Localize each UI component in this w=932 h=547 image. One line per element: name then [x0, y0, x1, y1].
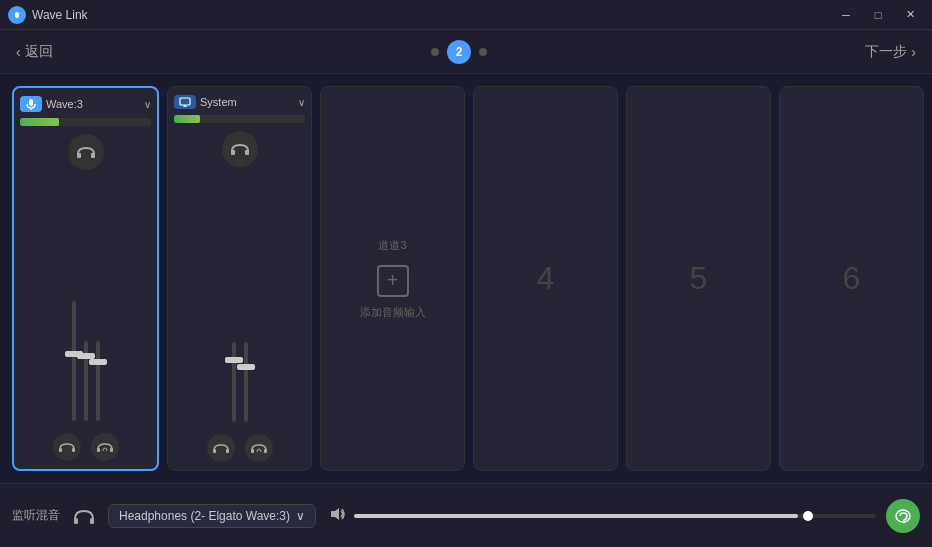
channel-3-add[interactable]: 道道3 + 添加音频输入: [320, 86, 465, 471]
page-dot-2[interactable]: 2: [447, 40, 471, 64]
svg-rect-16: [226, 449, 229, 453]
back-label: 返回: [25, 43, 53, 61]
mic-icon: [25, 98, 37, 110]
wireless2-icon: [251, 442, 267, 455]
svg-rect-20: [90, 518, 94, 524]
page-dot-1[interactable]: [431, 48, 439, 56]
svg-rect-4: [77, 153, 81, 158]
wave3-sub-thumb2[interactable]: [89, 359, 107, 365]
headphone-circle2-icon: [230, 141, 250, 157]
back-arrow-icon: ‹: [16, 44, 21, 60]
monitor-icon: [179, 97, 191, 107]
next-button[interactable]: 下一步 ›: [865, 43, 916, 61]
title-bar: Wave Link ─ □ ✕: [0, 0, 932, 30]
channel-wave3-badge: [20, 96, 42, 112]
svg-rect-8: [97, 448, 100, 452]
channel-system-headphone: [222, 131, 258, 167]
svg-rect-5: [91, 153, 95, 158]
svg-rect-2: [29, 99, 33, 106]
channel-system-header: System ∨: [174, 95, 305, 109]
headphone-icon: [59, 441, 75, 454]
svg-rect-13: [231, 150, 235, 155]
next-arrow-icon: ›: [911, 44, 916, 60]
wave3-main-slider[interactable]: [72, 301, 76, 421]
system-wireless-btn[interactable]: [245, 434, 273, 462]
channel-system-meter-fill: [174, 115, 200, 123]
channel-system-badge: [174, 95, 196, 109]
svg-rect-9: [110, 448, 113, 452]
channel-4[interactable]: 4: [473, 86, 618, 471]
wave3-wireless-btn[interactable]: [91, 433, 119, 461]
channel-system: System ∨: [167, 86, 312, 471]
svg-marker-21: [331, 508, 339, 520]
monitor-device-dropdown-icon: ∨: [296, 509, 305, 523]
system-headphone-btn[interactable]: [207, 434, 235, 462]
system-slider2[interactable]: [244, 342, 248, 422]
channel-3-add-text: 添加音频输入: [360, 305, 426, 320]
ear-icon: [894, 508, 912, 524]
next-label: 下一步: [865, 43, 907, 61]
monitor-label: 监听混音: [12, 507, 60, 524]
minimize-button[interactable]: ─: [832, 5, 860, 25]
monitor-ear-button[interactable]: [886, 499, 920, 533]
add-channel-content: 道道3 + 添加音频输入: [360, 238, 426, 320]
monitor-volume-slider[interactable]: [354, 514, 876, 518]
svg-rect-14: [245, 150, 249, 155]
svg-rect-7: [72, 448, 75, 452]
channel-system-meter: [174, 115, 305, 123]
wireless-icon: [97, 441, 113, 454]
app-icon: [8, 6, 26, 24]
monitor-volume-thumb[interactable]: [803, 511, 813, 521]
window-controls: ─ □ ✕: [832, 5, 924, 25]
channel-system-bottom-icons: [207, 434, 273, 462]
svg-rect-18: [264, 449, 267, 453]
monitor-headphone-svg-icon: [73, 507, 95, 525]
svg-rect-10: [180, 98, 190, 105]
pagination: 2: [53, 40, 866, 64]
svg-rect-15: [213, 449, 216, 453]
speaker-icon: [330, 507, 346, 521]
system-thumb1[interactable]: [225, 357, 243, 363]
svg-point-23: [903, 521, 905, 523]
svg-point-22: [896, 510, 910, 522]
monitor-volume-area: [330, 507, 876, 524]
svg-rect-1: [15, 12, 19, 18]
channel-3-label: 道道3: [378, 238, 406, 253]
channel-wave3-meter: [20, 118, 151, 126]
channel-wave3-dropdown[interactable]: ∨: [144, 99, 151, 110]
maximize-button[interactable]: □: [864, 5, 892, 25]
volume-icon: [330, 507, 346, 524]
channel-wave3-sliders: [20, 178, 151, 421]
monitor-volume-fill: [354, 514, 798, 518]
wave3-sub-slider2[interactable]: [96, 341, 100, 421]
channel-wave3-bottom-icons: [53, 433, 119, 461]
app-title: Wave Link: [32, 8, 832, 22]
channel-wave3-headphone: [68, 134, 104, 170]
svg-rect-19: [74, 518, 78, 524]
back-button[interactable]: ‹ 返回: [16, 43, 53, 61]
headphone-circle-icon: [76, 144, 96, 160]
monitor-device-selector[interactable]: Headphones (2- Elgato Wave:3) ∨: [108, 504, 316, 528]
channels-area: Wave:3 ∨: [0, 74, 932, 483]
channel-system-dropdown[interactable]: ∨: [298, 97, 305, 108]
headphone2-icon: [213, 442, 229, 455]
channel-wave3-name: Wave:3: [46, 98, 144, 110]
wave3-sub-slider1[interactable]: [84, 341, 88, 421]
page-dot-3[interactable]: [479, 48, 487, 56]
monitor-bar: 监听混音 Headphones (2- Elgato Wave:3) ∨: [0, 483, 932, 547]
channel-5[interactable]: 5: [626, 86, 771, 471]
wave3-headphone-btn[interactable]: [53, 433, 81, 461]
close-button[interactable]: ✕: [896, 5, 924, 25]
system-thumb2[interactable]: [237, 364, 255, 370]
system-slider1[interactable]: [232, 342, 236, 422]
monitor-device-name: Headphones (2- Elgato Wave:3): [119, 509, 290, 523]
monitor-headphone-icon: [70, 502, 98, 530]
channel-wave3-meter-fill: [20, 118, 59, 126]
nav-bar: ‹ 返回 2 下一步 ›: [0, 30, 932, 74]
channel-system-name: System: [200, 96, 298, 108]
add-channel-icon[interactable]: +: [377, 265, 409, 297]
channel-system-sliders: [174, 175, 305, 422]
svg-rect-6: [59, 448, 62, 452]
channel-6[interactable]: 6: [779, 86, 924, 471]
svg-rect-17: [251, 449, 254, 453]
